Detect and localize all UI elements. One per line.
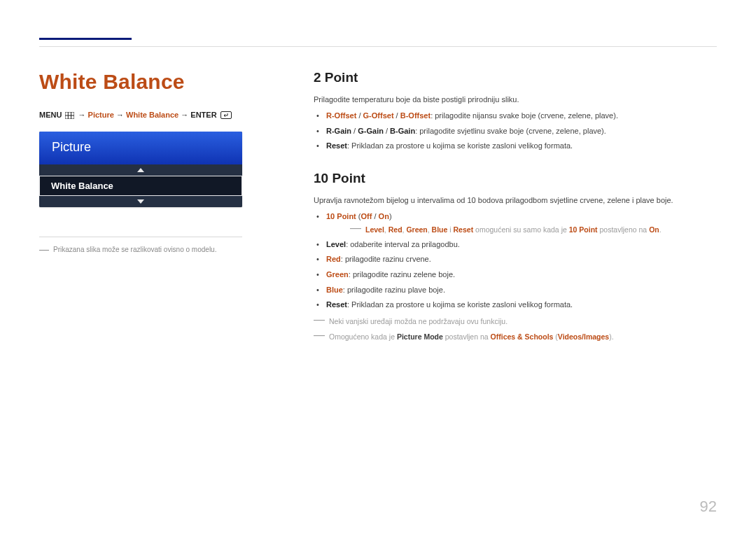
opt-off: Off [361,212,372,220]
level-desc: : odaberite interval za prilagodbu. [346,240,460,248]
list-2-point: R-Offset / G-Offset / B-Offset: prilagod… [314,110,717,153]
reset-desc: : Prikladan za prostore u kojima se kori… [347,141,573,150]
breadcrumb-arrow: → [116,111,124,119]
label-b-gain: B-Gain [390,127,415,135]
footnote-text: Neki vanjski uređaji možda ne podržavaju… [329,316,507,327]
opt-on: On [379,212,389,220]
right-column: 2 Point Prilagodite temperaturu boje da … [314,70,717,342]
label-r-gain: R-Gain [326,127,351,135]
list-item: Red: prilagodite razinu crvene. [326,253,717,266]
green-desc: : prilagodite razinu zelene boje. [349,270,455,279]
header-rule [39,46,717,47]
label-g-offset: G-Offset [363,111,394,120]
gain-desc: : prilagodite svjetlinu svake boje (crve… [415,127,606,135]
label-reset: Reset [326,300,347,309]
label-r-offset: R-Offset [326,111,356,120]
label-blue: Blue [326,286,343,294]
list-item: R-Gain / G-Gain / B-Gain: prilagodite sv… [326,125,717,138]
list-10-point: 10 Point (Off / On) ― Level, Red, Green,… [314,211,717,311]
list-item: Blue: prilagodite razinu plave boje. [326,284,717,297]
label-level: Level [326,240,346,248]
list-item: Reset: Prikladan za prostore u kojima se… [326,140,717,153]
page-number: 92 [700,498,717,516]
sub-note: ― Level, Red, Green, Blue i Reset omoguć… [326,224,717,235]
list-item: Reset: Prikladan za prostore u kojima se… [326,299,717,311]
reset-desc: : Prikladan za prostore u kojima se kori… [347,300,573,309]
label-g-gain: G-Gain [358,127,384,135]
sub-note-text: Level, Red, Green, Blue i Reset omogućen… [365,224,662,235]
caption-text: Prikazana slika može se razlikovati ovis… [53,246,216,253]
breadcrumb: MENU → Picture → White Balance → ENTER [39,111,272,119]
menu-grid-icon [65,112,74,119]
footnote-text: Omogućeno kada je Picture Mode postavlje… [329,331,614,342]
footnote: ― Omogućeno kada je Picture Mode postavl… [314,331,717,342]
list-item: 10 Point (Off / On) ― Level, Red, Green,… [326,211,717,236]
label-10-point: 10 Point [326,212,356,220]
list-item: R-Offset / G-Offset / B-Offset: prilagod… [326,110,717,122]
breadcrumb-arrow: → [181,111,188,119]
image-caption: ― Prikazana slika može se razlikovati ov… [39,246,272,253]
breadcrumb-picture: Picture [88,111,114,119]
intro-10-point: Upravlja ravnotežom bijelog u intervalim… [314,195,717,206]
osd-panel: Picture White Balance [39,132,242,207]
dash-icon: ― [314,331,325,339]
dash-icon: ― [314,316,325,324]
osd-down-arrow[interactable] [39,196,242,207]
intro-2-point: Prilagodite temperaturu boje da biste po… [314,94,717,106]
svg-marker-5 [137,168,144,172]
list-item: Level: odaberite interval za prilagodbu. [326,239,717,251]
breadcrumb-arrow: → [78,111,86,119]
label-red: Red [326,255,341,263]
svg-marker-6 [137,199,144,204]
red-desc: : prilagodite razinu crvene. [341,255,431,263]
dash-icon: ― [350,224,361,232]
breadcrumb-white-balance: White Balance [126,111,178,119]
list-item: Green: prilagodite razinu zelene boje. [326,269,717,281]
label-b-offset: B-Offset [400,111,430,120]
breadcrumb-menu: MENU [39,111,62,119]
breadcrumb-enter: ENTER [190,111,216,119]
osd-item-white-balance[interactable]: White Balance [39,176,242,196]
header-accent-bar [39,38,132,40]
heading-2-point: 2 Point [314,70,717,85]
offset-desc: : prilagodite nijansu svake boje (crvene… [430,111,618,120]
label-green: Green [326,270,349,279]
caption-dash: ― [39,246,49,253]
label-reset: Reset [326,141,347,150]
footnote: ― Neki vanjski uređaji možda ne podržava… [314,316,717,327]
section-title: White Balance [39,70,272,94]
left-column: White Balance MENU → Picture → White Bal… [39,70,272,342]
caption-rule [39,237,242,237]
osd-up-arrow[interactable] [39,164,242,176]
heading-10-point: 10 Point [314,171,717,186]
enter-icon [220,111,232,119]
osd-header: Picture [39,132,242,164]
blue-desc: : prilagodite razinu plave boje. [343,286,445,294]
